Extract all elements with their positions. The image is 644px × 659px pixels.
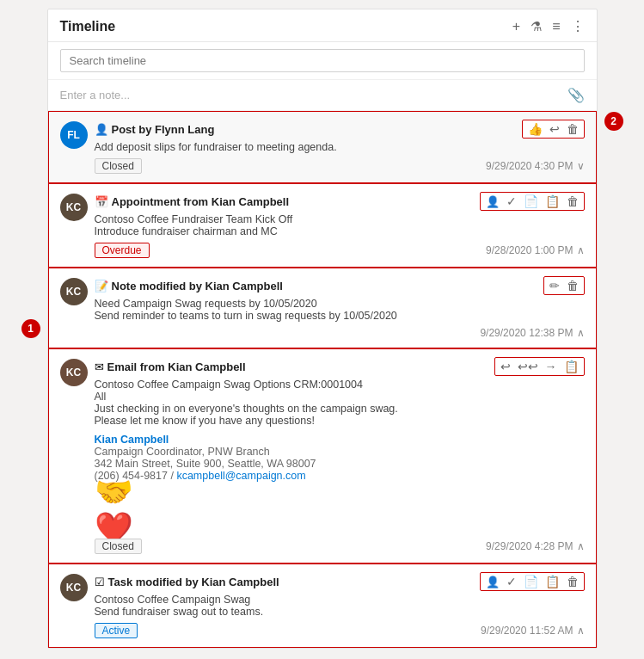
delete-icon[interactable]: 🗑 — [567, 122, 579, 136]
delete-icon[interactable]: 🗑 — [567, 194, 579, 208]
filter-icon[interactable]: ⚗ — [531, 19, 542, 34]
note-body: Need Campaign Swag requests by 10/05/202… — [95, 298, 585, 322]
appointment-badge: Overdue — [95, 243, 150, 258]
appointment-title: Appointment from Kian Campbell — [112, 195, 290, 208]
post-title: Post by Flynn Lang — [112, 123, 215, 136]
appointment-timestamp: 9/28/2020 1:00 PM ∧ — [486, 244, 584, 256]
reply-all-icon[interactable]: ↩↩ — [518, 360, 538, 373]
post-item: FL 👤 Post by Flynn Lang 👍 ↩ 🗑 — [48, 111, 597, 183]
note-content: 📝 Note modified by Kian Campbell ✏ 🗑 Nee… — [95, 276, 585, 339]
note-actions: ✏ 🗑 — [543, 276, 585, 295]
task-chevron[interactable]: ∧ — [577, 625, 585, 637]
post-actions: 👍 ↩ 🗑 — [522, 120, 585, 139]
edit-icon[interactable]: ✏ — [549, 279, 560, 293]
paperclip-icon[interactable]: 📎 — [567, 87, 585, 103]
email-chevron[interactable]: ∧ — [577, 540, 585, 552]
copy-icon[interactable]: 📋 — [545, 194, 560, 208]
post-content: 👤 Post by Flynn Lang 👍 ↩ 🗑 Add deposit s… — [95, 120, 585, 174]
signature-name: Kian Campbell — [95, 434, 585, 446]
email-type-icon: ✉ — [95, 360, 104, 373]
assign-icon[interactable]: 👤 — [486, 195, 500, 208]
post-type-icon: 👤 — [95, 123, 108, 136]
copy-icon[interactable]: 📋 — [545, 575, 560, 588]
email-badge: Closed — [95, 539, 142, 554]
timeline-title: Timeline — [60, 19, 512, 34]
task-actions: 👤 ✓ 📄 📋 🗑 — [480, 572, 585, 591]
email-item: KC ✉ Email from Kian Campbell ↩ ↩↩ → — [48, 348, 597, 564]
avatar-kc-appointment: KC — [60, 194, 88, 221]
marker-2: 2 — [604, 112, 623, 131]
email-timestamp: 9/29/2020 4:28 PM ∧ — [486, 540, 584, 552]
header-icons: + ⚗ ≡ ⋮ — [512, 18, 585, 34]
email-image: 🤝❤️ — [95, 489, 146, 532]
delete-icon[interactable]: 🗑 — [567, 279, 579, 293]
timeline-panel: Timeline + ⚗ ≡ ⋮ Enter a note... 📎 FL — [47, 9, 598, 649]
complete-icon[interactable]: ✓ — [506, 194, 517, 208]
note-area: Enter a note... 📎 — [48, 80, 597, 111]
add-icon[interactable]: + — [512, 19, 520, 34]
note-type-icon: 📝 — [95, 280, 108, 293]
task-title: Task modified by Kian Campbell — [108, 576, 279, 588]
reply-icon[interactable]: ↩ — [500, 360, 511, 373]
search-input[interactable] — [60, 49, 585, 72]
timeline-header: Timeline + ⚗ ≡ ⋮ — [48, 9, 597, 42]
avatar-kc-task: KC — [60, 574, 88, 601]
email-body: Contoso Coffee Campaign Swag Options CRM… — [95, 379, 585, 427]
signature-contact: (206) 454-9817 / kcampbell@campaign.com — [95, 470, 585, 482]
task-timestamp: 9/29/2020 11:52 AM ∧ — [481, 625, 584, 637]
print-icon[interactable]: 📄 — [524, 575, 538, 588]
sort-icon[interactable]: ≡ — [552, 19, 560, 34]
delete-icon[interactable]: 🗑 — [567, 575, 579, 588]
post-timestamp: 9/29/2020 4:30 PM ∨ — [486, 160, 584, 172]
timeline-items: FL 👤 Post by Flynn Lang 👍 ↩ 🗑 — [48, 111, 597, 648]
email-actions: ↩ ↩↩ → 📋 — [494, 357, 585, 376]
more-icon[interactable]: ⋮ — [571, 18, 585, 34]
reply-icon[interactable]: ↩ — [549, 122, 560, 136]
task-item: KC ☑ Task modified by Kian Campbell 👤 ✓ … — [48, 564, 597, 648]
complete-icon[interactable]: ✓ — [506, 575, 517, 588]
email-title: Email from Kian Campbell — [107, 360, 246, 373]
print-icon[interactable]: 📄 — [524, 194, 538, 208]
signature-role: Campaign Coordinator, PNW Branch — [95, 446, 585, 458]
task-content: ☑ Task modified by Kian Campbell 👤 ✓ 📄 📋… — [95, 572, 585, 638]
post-badge: Closed — [95, 158, 142, 174]
note-timestamp: 9/29/2020 12:38 PM ∧ — [480, 327, 584, 339]
note-title: Note modified by Kian Campbell — [112, 280, 283, 293]
note-chevron[interactable]: ∧ — [577, 327, 585, 339]
post-chevron[interactable]: ∨ — [577, 160, 585, 172]
marker-1: 1 — [21, 319, 40, 338]
note-placeholder: Enter a note... — [60, 89, 131, 102]
signature-address: 342 Main Street, Suite 900, Seattle, WA … — [95, 458, 585, 470]
task-badge: Active — [95, 623, 138, 638]
like-icon[interactable]: 👍 — [528, 122, 543, 136]
appointment-item: KC 📅 Appointment from Kian Campbell 👤 ✓ … — [48, 183, 597, 268]
assign-icon[interactable]: 👤 — [486, 576, 500, 588]
appointment-actions: 👤 ✓ 📄 📋 🗑 — [480, 192, 585, 211]
copy-icon[interactable]: 📋 — [564, 360, 579, 373]
email-content: ✉ Email from Kian Campbell ↩ ↩↩ → 📋 — [95, 357, 585, 554]
avatar-kc-email: KC — [60, 359, 88, 386]
avatar-fl: FL — [60, 121, 88, 149]
forward-icon[interactable]: → — [545, 360, 557, 373]
appointment-body: Contoso Coffee Fundraiser Team Kick OffI… — [95, 213, 585, 237]
appointment-content: 📅 Appointment from Kian Campbell 👤 ✓ 📄 📋… — [95, 192, 585, 258]
avatar-kc-note: KC — [60, 278, 88, 305]
signature-email-link[interactable]: kcampbell@campaign.com — [176, 470, 305, 482]
appointment-chevron[interactable]: ∧ — [577, 244, 585, 256]
task-type-icon: ☑ — [95, 576, 105, 588]
email-signature: Kian Campbell Campaign Coordinator, PNW … — [95, 434, 585, 482]
appointment-type-icon: 📅 — [95, 195, 108, 208]
task-body: Contoso Coffee Campaign SwagSend fundrai… — [95, 594, 585, 618]
search-bar — [48, 42, 597, 80]
note-item: KC 📝 Note modified by Kian Campbell ✏ 🗑 — [48, 268, 597, 348]
post-body: Add deposit slips for fundraiser to meet… — [95, 141, 585, 153]
